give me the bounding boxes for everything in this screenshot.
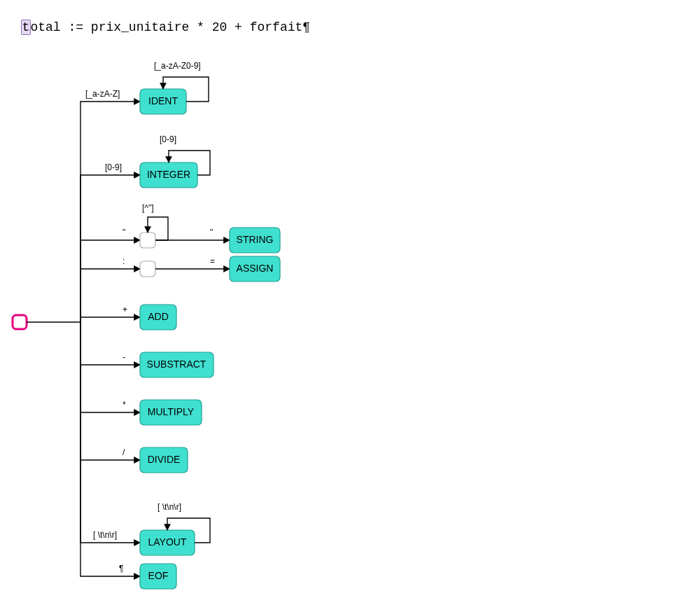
edge-label-eof: ¶ [119, 564, 123, 573]
code-line: total := prix_unitaire * 20 + forfait¶ [6, 6, 310, 35]
edge-layout [80, 322, 140, 543]
edge-label-mul: * [122, 400, 126, 410]
code-rest: otal := prix_unitaire * 20 + forfait¶ [30, 20, 310, 34]
edge-label-layout: [ \t\n\r] [93, 530, 117, 540]
edge-label-string-1: " [122, 228, 125, 237]
node-label-layout: LAYOUT [148, 536, 187, 548]
edge-integer [80, 175, 140, 322]
edge-label-ident: [_a-zA-Z] [85, 89, 120, 99]
node-label-div: DIVIDE [148, 454, 181, 465]
lexer-diagram: [_a-zA-Z] IDENT [_a-zA-Z0-9] [0-9] INTEG… [0, 42, 700, 602]
edge-add [80, 317, 140, 322]
edge-sub [80, 322, 140, 365]
edge-string-1 [80, 240, 140, 322]
edge-ident [80, 102, 140, 322]
edge-label-integer: [0-9] [105, 162, 122, 172]
mid-node-string [140, 232, 155, 248]
loop-label-string-mid: [^"] [142, 203, 154, 213]
edge-div [80, 322, 140, 460]
edge-label-add: + [122, 305, 127, 314]
mid-node-assign [140, 261, 155, 277]
loop-label-integer: [0-9] [160, 134, 176, 144]
node-label-string: STRING [237, 234, 274, 245]
node-label-add: ADD [148, 311, 169, 322]
node-label-ident: IDENT [148, 95, 178, 106]
edge-label-string-2: " [210, 228, 213, 237]
node-label-mul: MULTIPLY [148, 406, 195, 417]
edge-mul [80, 322, 140, 412]
edge-label-sub: - [122, 352, 125, 362]
edge-label-div: / [122, 447, 125, 457]
edge-label-assign-1: : [122, 256, 125, 266]
node-label-eof: EOF [148, 570, 169, 581]
node-label-integer: INTEGER [147, 169, 190, 180]
node-label-sub: SUBSTRACT [147, 359, 206, 370]
node-label-assign: ASSIGN [237, 263, 274, 274]
edge-label-assign-2: = [210, 256, 215, 266]
loop-label-layout: [ \t\n\r] [158, 502, 181, 512]
loop-label-ident: [_a-zA-Z0-9] [154, 61, 201, 71]
edge-assign-1 [80, 269, 140, 322]
start-node [13, 315, 27, 329]
